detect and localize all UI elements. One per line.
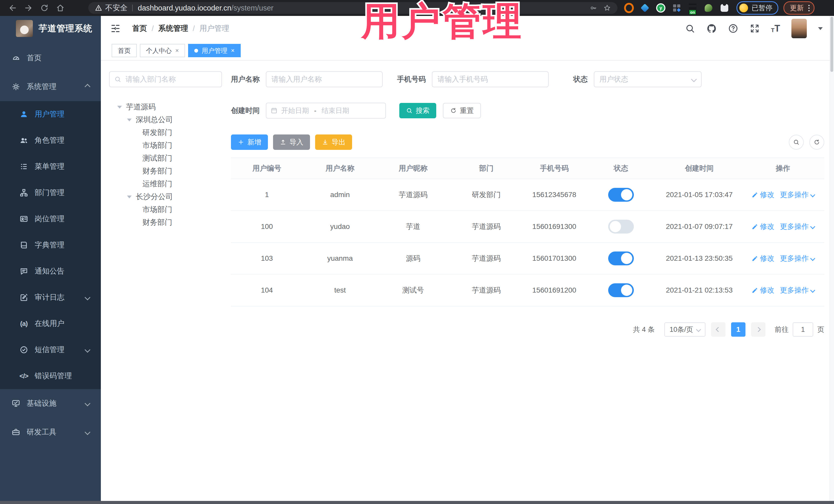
- sidebar-collapse-icon[interactable]: [110, 23, 121, 34]
- browser-back-icon[interactable]: [5, 2, 21, 14]
- help-icon[interactable]: [728, 23, 738, 34]
- status-toggle[interactable]: [608, 283, 634, 297]
- expand-arrow-icon[interactable]: [117, 106, 122, 109]
- extension-ring-icon[interactable]: [624, 3, 634, 13]
- status-toggle[interactable]: [608, 220, 634, 234]
- page-scrollbar[interactable]: [830, 16, 834, 504]
- tag-view-tab[interactable]: 个人中心×: [140, 44, 185, 57]
- more-actions-link[interactable]: 更多操作: [780, 285, 814, 295]
- tree-node[interactable]: 市场部门: [109, 203, 222, 216]
- status-select[interactable]: 用户状态: [594, 71, 702, 87]
- sidebar-item-audit[interactable]: 审计日志: [0, 284, 101, 310]
- export-button[interactable]: 导出: [315, 134, 352, 150]
- sidebar-item-notice[interactable]: 通知公告: [0, 258, 101, 284]
- avatar-caret-icon[interactable]: [818, 27, 823, 30]
- dictionary-icon: [19, 241, 29, 249]
- extension-grid-icon[interactable]: [672, 3, 682, 13]
- url-host: dashboard.yudao.iocoder.cn: [138, 4, 231, 12]
- more-actions-link[interactable]: 更多操作: [780, 254, 814, 263]
- user-icon: [19, 110, 29, 118]
- mobile-input[interactable]: [432, 71, 549, 87]
- prev-page-button[interactable]: [711, 322, 725, 337]
- breadcrumb-item[interactable]: 系统管理: [158, 23, 188, 34]
- sidebar-item-infra[interactable]: 基础设施: [0, 389, 101, 418]
- tree-node[interactable]: 研发部门: [109, 126, 222, 139]
- table-cell: 测试号: [377, 285, 449, 295]
- sidebar-item-menu[interactable]: 菜单管理: [0, 153, 101, 180]
- next-page-button[interactable]: [751, 322, 766, 337]
- more-actions-link[interactable]: 更多操作: [780, 222, 814, 232]
- status-toggle[interactable]: [608, 251, 634, 265]
- sidebar-item-post[interactable]: 岗位管理: [0, 206, 101, 232]
- browser-update-button[interactable]: 更新: [784, 1, 814, 15]
- font-size-icon[interactable]: TT: [771, 24, 780, 33]
- tree-node[interactable]: 长沙分公司: [109, 191, 222, 203]
- sidebar-item-devtool[interactable]: 研发工具: [0, 418, 101, 446]
- tree-node[interactable]: 测试部门: [109, 152, 222, 165]
- reset-button[interactable]: 重置: [443, 103, 481, 118]
- sidebar-item-user[interactable]: 用户管理: [0, 101, 101, 127]
- close-tab-icon[interactable]: ×: [231, 47, 235, 53]
- sidebar-item-role[interactable]: 角色管理: [0, 127, 101, 153]
- dept-search-input[interactable]: 请输入部门名称: [109, 71, 222, 87]
- page-size-select[interactable]: 10条/页: [664, 322, 705, 337]
- sidebar-item-errcode[interactable]: </>错误码管理: [0, 363, 101, 389]
- extension-drop-icon[interactable]: [640, 3, 650, 13]
- tree-node[interactable]: 财务部门: [109, 216, 222, 229]
- app-logo[interactable]: 芋道管理系统: [0, 16, 101, 41]
- sidebar-item-dict[interactable]: 字典管理: [0, 232, 101, 258]
- browser-reload-icon[interactable]: [37, 2, 52, 14]
- browser-address-bar[interactable]: 不安全 dashboard.yudao.iocoder.cn /system/u…: [88, 2, 617, 14]
- import-button[interactable]: 导入: [273, 134, 310, 150]
- expand-arrow-icon[interactable]: [127, 196, 132, 198]
- bookmark-star-icon[interactable]: [603, 4, 611, 12]
- security-label: 不安全: [105, 3, 128, 13]
- fullscreen-icon[interactable]: [750, 23, 760, 34]
- username-input[interactable]: [266, 71, 382, 87]
- status-toggle[interactable]: [608, 188, 634, 202]
- extension-switch-icon[interactable]: on: [688, 3, 698, 13]
- header-search-icon[interactable]: [685, 23, 695, 34]
- user-avatar[interactable]: [791, 19, 807, 38]
- more-actions-link[interactable]: 更多操作: [780, 190, 814, 200]
- toggle-search-button[interactable]: [789, 135, 804, 150]
- tree-node[interactable]: 芋道源码: [109, 101, 222, 113]
- tree-node[interactable]: 市场部门: [109, 139, 222, 152]
- date-range-input[interactable]: 开始日期 - 结束日期: [266, 103, 386, 118]
- scrollbar-thumb[interactable]: [830, 17, 833, 72]
- browser-home-icon[interactable]: [52, 2, 68, 14]
- profile-paused-badge[interactable]: 已暂停: [737, 1, 778, 15]
- edit-link[interactable]: 修改: [752, 285, 774, 295]
- sidebar-item-dept[interactable]: 部门管理: [0, 180, 101, 206]
- sidebar-item-sms[interactable]: 短信管理: [0, 337, 101, 363]
- edit-link[interactable]: 修改: [752, 190, 774, 200]
- add-button[interactable]: 新增: [231, 134, 268, 150]
- goto-page-input[interactable]: [793, 322, 813, 337]
- tree-node[interactable]: 深圳总公司: [109, 113, 222, 126]
- tag-view-tab[interactable]: 用户管理×: [188, 44, 241, 57]
- extension-leaf-icon[interactable]: [704, 3, 714, 13]
- pencil-icon: [752, 255, 758, 262]
- sidebar-item-online[interactable]: (a)在线用户: [0, 310, 101, 337]
- extensions-puzzle-icon[interactable]: [720, 3, 729, 13]
- browser-menu-icon[interactable]: [808, 5, 810, 11]
- page-1-button[interactable]: 1: [731, 322, 745, 337]
- tree-node[interactable]: 运维部门: [109, 178, 222, 191]
- sidebar-item-home[interactable]: 首页: [0, 44, 101, 72]
- extension-green-icon[interactable]: y: [656, 3, 666, 13]
- table-row: 1admin芋道源码研发部门156123456782021-01-05 17:0…: [231, 179, 824, 211]
- browser-forward-icon[interactable]: [21, 2, 37, 14]
- refresh-table-button[interactable]: [809, 135, 824, 150]
- tag-view-tab[interactable]: 首页: [112, 44, 137, 57]
- github-icon[interactable]: [706, 23, 717, 34]
- search-button[interactable]: 搜索: [399, 103, 436, 118]
- edit-link[interactable]: 修改: [752, 222, 774, 232]
- app-header: 首页/系统管理/用户管理 TT: [101, 16, 834, 41]
- close-tab-icon[interactable]: ×: [175, 47, 179, 53]
- expand-arrow-icon[interactable]: [127, 118, 132, 122]
- password-key-icon[interactable]: [590, 4, 597, 12]
- tree-node[interactable]: 财务部门: [109, 165, 222, 178]
- breadcrumb-item[interactable]: 首页: [132, 23, 147, 34]
- edit-link[interactable]: 修改: [752, 254, 774, 263]
- sidebar-item-system[interactable]: 系统管理: [0, 72, 101, 101]
